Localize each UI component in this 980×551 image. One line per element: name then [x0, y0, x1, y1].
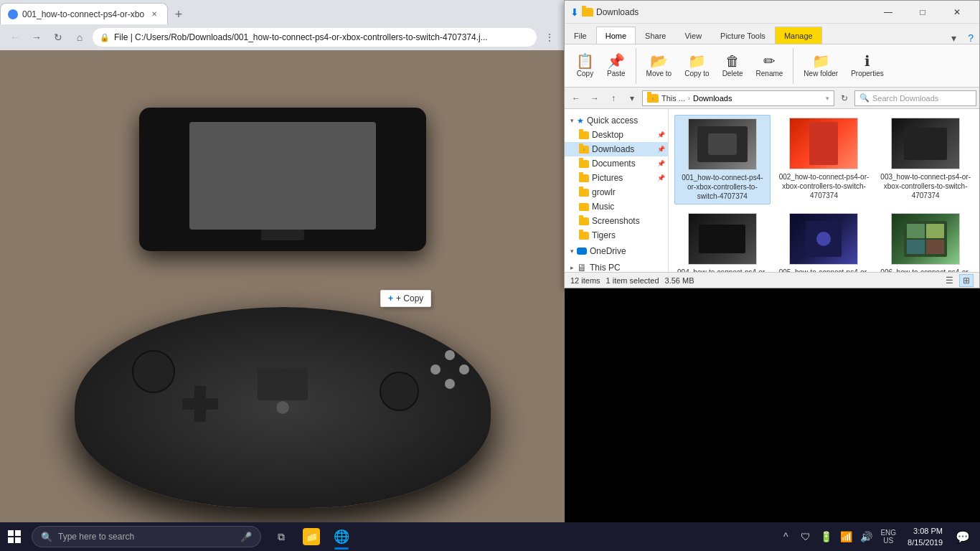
onedrive-header[interactable]: ▾ OneDrive [565, 244, 668, 258]
sidebar-item-screenshots[interactable]: Screenshots [565, 214, 668, 228]
file-explorer-title: Downloads [596, 7, 869, 17]
file-item-005[interactable]: 005_how-to-connect-ps4-or-xbox-controlle… [776, 210, 872, 272]
sidebar-item-growlr[interactable]: growlr [565, 185, 668, 199]
nav-bar: ← → ↻ ⌂ 🔒 File | C:/Users/Rob/Downloads/… [0, 24, 565, 50]
file-name-002: 002_how-to-connect-ps4-or-xbox-controlle… [779, 172, 870, 200]
quick-access-header[interactable]: ▾ ★ Quick access [565, 113, 668, 128]
file-name-001: 001_how-to-connect-ps4-or-xbox-controlle… [678, 173, 767, 201]
minimize-button[interactable]: — [872, 1, 905, 24]
screenshots-folder-icon [579, 217, 589, 225]
ribbon-properties-btn[interactable]: ℹ Properties [845, 51, 890, 80]
tray-battery-icon[interactable]: 🔋 [817, 528, 834, 545]
file-thumbnail-001 [688, 118, 757, 170]
ribbon-tab-file[interactable]: File [565, 27, 596, 44]
sidebar-item-music[interactable]: Music [565, 199, 668, 214]
new-tab-button[interactable]: + [168, 4, 189, 24]
ribbon-rename-btn[interactable]: ✏ Rename [750, 51, 789, 80]
fe-address-bar[interactable]: ↓ This ... › Downloads ▾ [642, 90, 834, 106]
sidebar-item-downloads[interactable]: ↓ Downloads 📌 [565, 142, 668, 156]
notification-center-button[interactable]: 💬 [951, 522, 974, 551]
window-controls: — □ ✕ [872, 1, 974, 24]
fe-back-button[interactable]: ← [567, 90, 585, 107]
file-item-001[interactable]: 001_how-to-connect-ps4-or-xbox-controlle… [674, 115, 771, 204]
thispc-header[interactable]: ▸ 🖥 This PC [565, 260, 668, 272]
tray-volume-icon[interactable]: 🔊 [857, 528, 875, 545]
start-button[interactable] [0, 522, 29, 551]
sidebar-documents-label: Documents [592, 159, 636, 169]
lock-icon: 🔒 [100, 33, 110, 42]
mic-icon: 🎤 [240, 532, 252, 542]
ribbon-delete-btn[interactable]: 🗑 Delete [717, 51, 749, 80]
file-item-003[interactable]: 003_how-to-connect-ps4-or-xbox-controlle… [877, 115, 974, 204]
file-explorer-statusbar: 12 items 1 item selected 3.56 MB ☰ ⊞ [565, 272, 979, 288]
close-button[interactable]: ✕ [941, 1, 974, 24]
view-buttons: ☰ ⊞ [942, 274, 974, 287]
taskbar-task-view[interactable]: ⧉ [267, 522, 296, 551]
taskbar-chrome[interactable]: 🌐 [327, 522, 356, 551]
sidebar-item-desktop[interactable]: Desktop 📌 [565, 128, 668, 142]
fe-recent-button[interactable]: ▾ [623, 90, 641, 107]
sidebar-item-tigers[interactable]: Tigers [565, 228, 668, 242]
fe-up-button[interactable]: ↑ [605, 90, 622, 107]
fe-address-refresh-button[interactable]: ↻ [836, 90, 853, 107]
tray-shield-icon[interactable]: 🛡 [797, 528, 814, 545]
ribbon-tab-picture-tools[interactable]: Picture Tools [711, 27, 775, 44]
language-indicator[interactable]: ENG US [877, 529, 899, 545]
svg-rect-2 [8, 537, 14, 543]
ribbon-moveto-btn[interactable]: 📂 Move to [641, 51, 678, 80]
ribbon-tabs: File Home Share View Picture Tools Manag… [565, 24, 979, 44]
grid-view-button[interactable]: ⊞ [959, 274, 974, 287]
file-item-006[interactable]: 006_how-to-connect-ps4-or-xbox-controlle… [877, 210, 974, 272]
delete-icon: 🗑 [725, 54, 740, 68]
taskbar-search[interactable]: 🔍 Type here to search 🎤 [32, 526, 261, 547]
file-explorer-navbar: ← → ↑ ▾ ↓ This ... › Downloads ▾ ↻ 🔍 Sea… [565, 88, 979, 109]
fe-forward-button[interactable]: → [586, 90, 603, 107]
sidebar-item-pictures[interactable]: Pictures 📌 [565, 171, 668, 185]
forward-button[interactable]: → [27, 28, 46, 47]
quick-access-label: Quick access [587, 116, 638, 126]
copyto-btn-label: Copy to [684, 70, 709, 77]
clock-date: 8/15/2019 [908, 537, 943, 549]
windows-logo-icon [8, 530, 21, 543]
address-part1: This ... [661, 94, 685, 103]
file-thumbnail-003 [891, 118, 960, 169]
ribbon-help-button[interactable]: ? [962, 32, 979, 44]
ribbon-tab-share[interactable]: Share [636, 27, 675, 44]
ribbon-newfolder-btn[interactable]: 📁 New folder [798, 51, 844, 80]
ribbon-copy-btn[interactable]: 📋 Copy [570, 51, 600, 80]
ribbon-paste-btn[interactable]: 📌 Paste [601, 51, 631, 80]
tray-network-icon[interactable]: 📶 [837, 528, 854, 545]
fe-search-box[interactable]: 🔍 Search Downloads [854, 90, 976, 106]
sidebar-screenshots-label: Screenshots [592, 216, 640, 226]
maximize-button[interactable]: □ [906, 1, 939, 24]
refresh-button[interactable]: ↻ [49, 28, 67, 47]
file-thumbnail-002 [789, 118, 858, 169]
file-explorer-window: ⬇ Downloads — □ ✕ File Home Share View P… [564, 0, 980, 288]
address-bar[interactable]: 🔒 File | C:/Users/Rob/Downloads/001_how-… [92, 27, 537, 47]
copy-btn-label: Copy [577, 70, 593, 77]
file-item-002[interactable]: 002_how-to-connect-ps4-or-xbox-controlle… [776, 115, 872, 204]
taskbar-clock[interactable]: 3:08 PM 8/15/2019 [902, 525, 948, 549]
tray-expand-icon[interactable]: ^ [777, 528, 794, 545]
file-item-004[interactable]: 004_how-to-connect-ps4-or-xbox-controlle… [674, 210, 771, 272]
ribbon-tab-manage[interactable]: Manage [775, 27, 822, 44]
back-button[interactable]: ← [6, 28, 24, 47]
ribbon-tab-home[interactable]: Home [596, 27, 636, 44]
music-folder-icon [579, 203, 589, 211]
tab-close-button[interactable]: ✕ [149, 9, 160, 20]
ribbon-sep-1 [636, 48, 636, 84]
list-view-button[interactable]: ☰ [942, 274, 956, 287]
onedrive-icon [577, 248, 587, 255]
growlr-folder-icon [579, 189, 589, 197]
sidebar-item-documents[interactable]: Documents 📌 [565, 156, 668, 171]
ribbon-copyto-btn[interactable]: 📁 Copy to [679, 51, 715, 80]
settings-button[interactable]: ⋮ [540, 28, 559, 47]
ribbon-expand-button[interactable]: ▾ [946, 32, 962, 44]
home-button[interactable]: ⌂ [70, 28, 89, 47]
copy-icon: 📋 [576, 54, 594, 68]
taskbar-file-explorer[interactable]: 📁 [297, 522, 326, 551]
ribbon-tab-view[interactable]: View [675, 27, 711, 44]
tab-title: 001_how-to-connect-ps4-or-xbo [22, 9, 144, 19]
chrome-titlebar: 001_how-to-connect-ps4-or-xbo ✕ + ← → ↻ … [0, 0, 565, 50]
browser-tab[interactable]: 001_how-to-connect-ps4-or-xbo ✕ [0, 3, 168, 24]
